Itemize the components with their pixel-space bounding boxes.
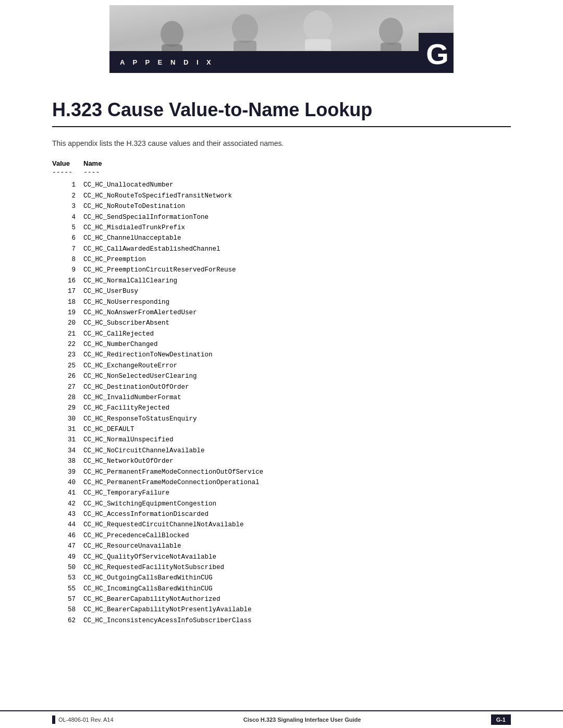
col-value-header: Value [52,159,83,167]
cell-name: CC_HC_ExchangeRouteError [83,361,177,371]
table-row: 39CC_HC_PermanentFrameModeConnectionOutO… [52,467,511,477]
cell-value: 41 [52,488,83,498]
cell-value: 43 [52,510,83,520]
table-divider: ----- ---- [52,168,511,176]
table-row: 2CC_HC_NoRouteToSpecifiedTransitNetwork [52,191,511,201]
table-row: 26CC_HC_NonSelectedUserClearing [52,372,511,381]
table-row: 50CC_HC_RequestedFacilityNotSubscribed [52,563,511,573]
appendix-g-letter: G [426,40,449,69]
cell-value: 26 [52,372,83,381]
cell-value: 46 [52,531,83,541]
cell-value: 44 [52,520,83,530]
table-row: 19CC_HC_NoAnswerFromAlertedUser [52,308,511,318]
cell-name: CC_HC_NormalUnspecified [83,435,174,445]
col-value-divider: ----- [52,168,83,176]
cell-name: CC_HC_TemporaryFailure [83,488,169,498]
table-row: 1CC_HC_UnallocatedNumber [52,180,511,190]
cell-value: 50 [52,563,83,573]
cell-value: 6 [52,233,83,243]
cell-name: CC_HC_NetworkOutOfOrder [83,456,174,466]
table-row: 4CC_HC_SendSpecialInformationTone [52,213,511,223]
cell-value: 57 [52,595,83,604]
cell-value: 39 [52,467,83,477]
cell-name: CC_HC_QualityOfServiceNotAvailable [83,552,216,562]
cell-value: 19 [52,308,83,318]
table-row: 57CC_HC_BearerCapabilityNotAuthorized [52,595,511,604]
cell-name: CC_HC_NumberChanged [83,340,158,350]
table-row: 20CC_HC_SubscriberAbsent [52,318,511,328]
cell-name: CC_HC_MisdialedTrunkPrefix [83,223,185,233]
table-row: 30CC_HC_ResponseToStatusEnquiry [52,414,511,424]
col-name-header: Name [83,159,102,167]
table-row: 44CC_HC_RequestedCircuitChannelNotAvaila… [52,520,511,530]
cell-value: 62 [52,616,83,626]
cell-name: CC_HC_AccessInformationDiscarded [83,510,209,520]
cell-name: CC_HC_BearerCapabilityNotPresentlyAvaila… [83,605,252,615]
cell-value: 31 [52,435,83,445]
cell-name: CC_HC_OutgoingCallsBaredWithinCUG [83,573,213,583]
page-container: A P P E N D I X G H.323 Cause Value-to-N… [0,0,563,728]
table-row: 8CC_HC_Preemption [52,255,511,265]
footer-bar-icon [52,715,55,724]
cell-name: CC_HC_NoAnswerFromAlertedUser [83,308,197,318]
cell-value: 17 [52,287,83,297]
footer-page-number: G-1 [491,714,511,725]
table-row: 22CC_HC_NumberChanged [52,340,511,350]
table-row: 28CC_HC_InvalidNumberFormat [52,393,511,403]
cell-name: CC_HC_NonSelectedUserClearing [83,372,197,381]
cell-name: CC_HC_NormalCallClearing [83,276,177,286]
table-row: 5CC_HC_MisdialedTrunkPrefix [52,223,511,233]
table-row: 34CC_HC_NoCircuitChannelAvailable [52,446,511,456]
page-footer: OL-4806-01 Rev. A14 Cisco H.323 Signalin… [0,710,563,728]
cell-name: CC_HC_NoUserresponding [83,298,169,307]
cell-value: 47 [52,541,83,551]
cell-name: CC_HC_UnallocatedNumber [83,180,174,190]
cell-value: 8 [52,255,83,265]
cell-value: 31 [52,425,83,435]
cell-name: CC_HC_SubscriberAbsent [83,318,169,328]
cell-name: CC_HC_UserBusy [83,287,138,297]
cell-value: 21 [52,329,83,339]
cell-name: CC_HC_RedirectionToNewDestination [83,350,213,360]
cell-value: 30 [52,414,83,424]
cell-value: 16 [52,276,83,286]
cell-name: CC_HC_FacilityRejected [83,403,169,413]
cell-value: 58 [52,605,83,615]
svg-point-5 [303,10,333,42]
table-row: 23CC_HC_RedirectionToNewDestination [52,350,511,360]
cell-value: 1 [52,180,83,190]
footer-revision: OL-4806-01 Rev. A14 [58,717,114,723]
main-content: H.323 Cause Value-to-Name Lookup This ap… [0,73,563,710]
cell-value: 22 [52,340,83,350]
header-image: A P P E N D I X G [109,5,454,73]
cell-name: CC_HC_InvalidNumberFormat [83,393,181,403]
cell-name: CC_HC_SwitchingEquipmentCongestion [83,499,216,509]
cell-name: CC_HC_PreemptionCircuitReservedForReuse [83,265,236,275]
table-row: 38CC_HC_NetworkOutOfOrder [52,456,511,466]
cell-name: CC_HC_NoCircuitChannelAvailable [83,446,205,456]
cell-name: CC_HC_Preemption [83,255,146,265]
cell-name: CC_HC_SendSpecialInformationTone [83,213,209,223]
cell-value: 23 [52,350,83,360]
cell-name: CC_HC_DestinationOutOfOrder [83,382,189,392]
table-row: 31CC_HC_DEFAULT [52,425,511,435]
cell-value: 34 [52,446,83,456]
table-header: Value Name [52,159,511,167]
svg-point-3 [232,14,258,43]
svg-point-7 [379,18,403,45]
table-row: 42CC_HC_SwitchingEquipmentCongestion [52,499,511,509]
table-row: 58CC_HC_BearerCapabilityNotPresentlyAvai… [52,605,511,615]
cell-name: CC_HC_PrecedenceCallBlocked [83,531,189,541]
cell-value: 42 [52,499,83,509]
intro-text: This appendix lists the H.323 cause valu… [52,138,511,149]
cell-value: 38 [52,456,83,466]
cell-value: 2 [52,191,83,201]
col-name-divider: ---- [83,168,100,176]
cell-name: CC_HC_PermanentFrameModeConnectionOutOfS… [83,467,263,477]
cell-value: 3 [52,202,83,212]
footer-left-group: OL-4806-01 Rev. A14 [52,715,114,724]
table-row: 41CC_HC_TemporaryFailure [52,488,511,498]
table-row: 21CC_HC_CallRejected [52,329,511,339]
cell-name: CC_HC_RequestedFacilityNotSubscribed [83,563,224,573]
title-rule [52,126,511,127]
